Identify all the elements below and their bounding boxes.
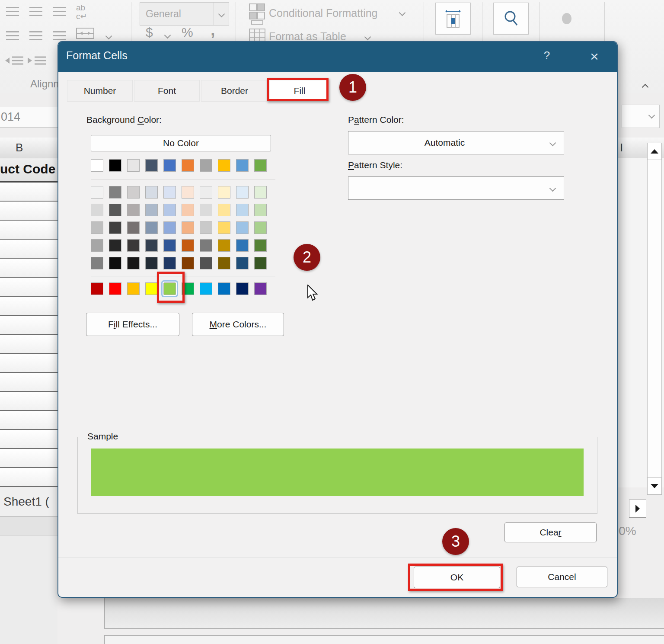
- conditional-formatting-chevron-icon[interactable]: [399, 10, 406, 16]
- color-swatch[interactable]: [236, 159, 249, 172]
- wrap-text-icon[interactable]: ab c↵: [76, 3, 87, 21]
- color-swatch[interactable]: [254, 221, 267, 234]
- color-swatch[interactable]: [109, 257, 121, 269]
- align-right-icon[interactable]: [53, 31, 66, 40]
- color-swatch[interactable]: [254, 159, 267, 172]
- pattern-color-dropdown[interactable]: Automatic: [348, 131, 564, 154]
- conditional-formatting-icon[interactable]: [249, 3, 265, 27]
- color-swatch[interactable]: [200, 282, 212, 295]
- color-swatch[interactable]: [127, 282, 140, 295]
- column-width-tool-button[interactable]: [435, 3, 471, 35]
- color-swatch[interactable]: [145, 204, 158, 216]
- close-icon[interactable]: ×: [586, 48, 603, 65]
- percent-format-icon[interactable]: %: [182, 25, 193, 40]
- merge-center-chevron-icon[interactable]: [105, 33, 112, 40]
- color-swatch[interactable]: [145, 221, 158, 234]
- cancel-button[interactable]: Cancel: [517, 567, 607, 587]
- column-header-b[interactable]: B: [0, 138, 57, 158]
- align-bottom-icon[interactable]: [53, 7, 66, 16]
- color-swatch[interactable]: [109, 204, 121, 216]
- color-swatch[interactable]: [200, 186, 212, 199]
- color-swatch[interactable]: [254, 282, 267, 295]
- color-swatch[interactable]: [218, 221, 230, 234]
- formula-bar[interactable]: 014: [0, 107, 57, 128]
- color-swatch[interactable]: [127, 204, 140, 216]
- color-swatch[interactable]: [236, 282, 249, 295]
- color-swatch[interactable]: [218, 186, 230, 199]
- color-swatch[interactable]: [163, 239, 176, 252]
- color-swatch[interactable]: [109, 239, 121, 252]
- clear-button[interactable]: Clear: [504, 522, 597, 542]
- color-swatch[interactable]: [200, 221, 212, 234]
- increase-indent-icon[interactable]: [27, 55, 46, 69]
- comma-format-icon[interactable]: ,: [211, 21, 215, 39]
- color-swatch[interactable]: [109, 282, 121, 295]
- color-swatch[interactable]: [182, 186, 194, 199]
- color-swatch[interactable]: [91, 239, 103, 252]
- collapse-ribbon-icon[interactable]: [642, 84, 649, 91]
- color-swatch[interactable]: [145, 186, 158, 199]
- vertical-scrollbar[interactable]: [647, 143, 662, 495]
- pattern-style-chevron-icon[interactable]: [541, 177, 564, 199]
- color-swatch[interactable]: [163, 186, 176, 199]
- currency-chevron-icon[interactable]: [164, 32, 171, 39]
- color-swatch[interactable]: [145, 257, 158, 269]
- color-swatch[interactable]: [200, 257, 212, 269]
- color-swatch[interactable]: [163, 257, 176, 269]
- dropdown-box-right[interactable]: [622, 105, 660, 128]
- color-swatch[interactable]: [127, 186, 140, 199]
- scroll-up-button[interactable]: [647, 143, 662, 160]
- color-swatch[interactable]: [182, 221, 194, 234]
- pattern-color-chevron-icon[interactable]: [541, 131, 564, 154]
- color-swatch[interactable]: [145, 239, 158, 252]
- color-swatch[interactable]: [163, 204, 176, 216]
- color-swatch[interactable]: [91, 221, 103, 234]
- number-format-chevron-icon[interactable]: [214, 3, 229, 25]
- color-swatch[interactable]: [127, 159, 140, 172]
- tab-number[interactable]: Number: [67, 80, 133, 102]
- color-swatch[interactable]: [127, 221, 140, 234]
- color-swatch[interactable]: [145, 159, 158, 172]
- format-as-table-chevron-icon[interactable]: [364, 34, 371, 41]
- color-swatch[interactable]: [91, 186, 103, 199]
- color-swatch[interactable]: [91, 282, 103, 295]
- help-icon[interactable]: ?: [539, 49, 555, 64]
- align-middle-icon[interactable]: [29, 7, 42, 16]
- color-swatch[interactable]: [200, 204, 212, 216]
- color-swatch[interactable]: [163, 159, 176, 172]
- dropdown-chevron-icon[interactable]: [648, 112, 655, 119]
- scroll-right-button[interactable]: [629, 500, 646, 518]
- table-header-cell[interactable]: uct Code: [0, 158, 57, 183]
- color-swatch[interactable]: [200, 239, 212, 252]
- dialog-titlebar[interactable]: Format Cells ? ×: [58, 42, 617, 72]
- color-swatch[interactable]: [236, 221, 249, 234]
- color-swatch[interactable]: [218, 282, 230, 295]
- color-swatch[interactable]: [254, 239, 267, 252]
- color-swatch[interactable]: [182, 204, 194, 216]
- tab-border[interactable]: Border: [201, 80, 268, 102]
- color-swatch[interactable]: [145, 282, 158, 295]
- color-swatch[interactable]: [182, 239, 194, 252]
- color-swatch[interactable]: [91, 204, 103, 216]
- color-swatch[interactable]: [218, 159, 230, 172]
- align-top-icon[interactable]: [6, 7, 19, 16]
- color-swatch[interactable]: [109, 159, 121, 172]
- color-swatch[interactable]: [254, 257, 267, 269]
- color-swatch[interactable]: [91, 257, 103, 269]
- tab-font[interactable]: Font: [134, 80, 200, 102]
- color-swatch[interactable]: [236, 204, 249, 216]
- color-swatch[interactable]: [109, 186, 121, 199]
- color-swatch[interactable]: [236, 239, 249, 252]
- color-swatch[interactable]: [200, 159, 212, 172]
- align-left-icon[interactable]: [6, 31, 19, 40]
- color-swatch[interactable]: [127, 239, 140, 252]
- scroll-down-button[interactable]: [647, 477, 662, 495]
- conditional-formatting-label[interactable]: Conditional Formatting: [269, 7, 378, 19]
- decrease-indent-icon[interactable]: [4, 55, 23, 69]
- pattern-style-dropdown[interactable]: [348, 176, 564, 200]
- color-swatch[interactable]: [182, 159, 194, 172]
- color-swatch[interactable]: [109, 221, 121, 234]
- color-swatch[interactable]: [91, 159, 103, 172]
- no-color-button[interactable]: No Color: [91, 135, 271, 151]
- color-swatch[interactable]: [127, 257, 140, 269]
